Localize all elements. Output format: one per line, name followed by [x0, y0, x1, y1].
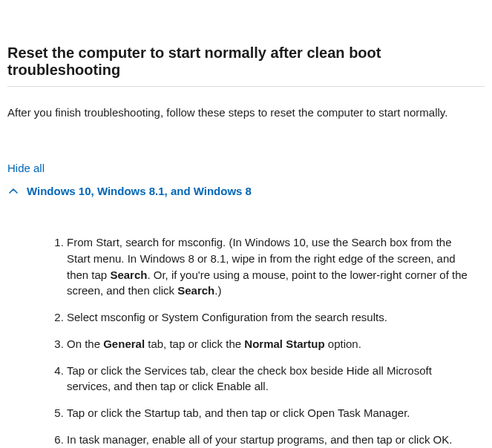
step-6: In task manager, enable all of your star… — [67, 432, 485, 448]
step-text: Tap or click the Startup tab, and then t… — [67, 406, 410, 419]
step-2: Select msconfig or System Configuration … — [67, 309, 485, 326]
intro-paragraph: After you finish troubleshooting, follow… — [7, 106, 485, 119]
step-text: option. — [325, 337, 361, 350]
hide-all-link[interactable]: Hide all — [7, 162, 45, 174]
accordion-title: Windows 10, Windows 8.1, and Windows 8 — [27, 185, 252, 197]
step-1: From Start, search for msconfig. (In Win… — [67, 234, 485, 299]
step-3: On the General tab, tap or click the Nor… — [67, 336, 485, 352]
step-text: In task manager, enable all of your star… — [67, 433, 452, 446]
bold-search: Search — [110, 269, 147, 281]
step-text: tab, tap or click the — [145, 337, 244, 350]
step-text: Select msconfig or System Configuration … — [67, 311, 387, 323]
chevron-up-icon — [7, 187, 19, 196]
step-text: On the — [67, 337, 103, 350]
step-text: .) — [214, 284, 221, 297]
step-text: Tap or click the Services tab, clear the… — [67, 364, 432, 393]
steps-list: From Start, search for msconfig. (In Win… — [22, 234, 485, 448]
accordion-toggle-windows10[interactable]: Windows 10, Windows 8.1, and Windows 8 — [7, 185, 485, 197]
step-5: Tap or click the Startup tab, and then t… — [67, 405, 485, 421]
step-4: Tap or click the Services tab, clear the… — [67, 363, 485, 395]
bold-normal-startup: Normal Startup — [244, 337, 324, 350]
bold-general: General — [103, 337, 145, 350]
section-heading: Reset the computer to start normally aft… — [7, 0, 485, 87]
bold-search: Search — [177, 284, 214, 297]
